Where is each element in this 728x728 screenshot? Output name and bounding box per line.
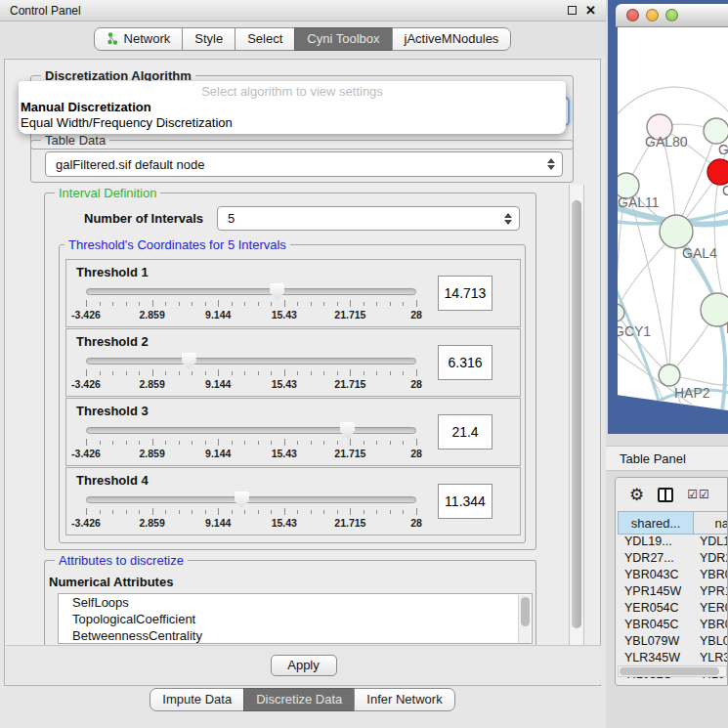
apply-strip: Apply	[6, 645, 601, 684]
network-node-label: GCY1	[618, 323, 651, 339]
gear-icon[interactable]: ⚙	[629, 487, 644, 503]
control-panel-titlebar: Control Panel ✕	[0, 0, 606, 21]
combo-down-arrow-icon	[504, 220, 512, 225]
table-horizontal-scrollbar[interactable]	[618, 665, 727, 677]
table-row[interactable]: YBL079WYBL0	[618, 634, 728, 651]
table-row[interactable]: YBR043CYBR0	[618, 568, 728, 584]
name-cell[interactable]: YBL0	[694, 634, 728, 651]
slider-handle[interactable]	[270, 283, 284, 300]
table-rows: YDL19...YDL1YDR27...YDR2YBR043CYBR0YPR14…	[618, 535, 728, 684]
threshold-row: Threshold 1 -3.4262.8599.14415.4321.7152…	[65, 259, 521, 327]
column-header-name[interactable]: na	[694, 512, 728, 534]
slider-ticks	[86, 300, 416, 308]
tab-cyni-toolbox[interactable]: Cyni Toolbox	[294, 27, 392, 51]
numerical-attributes-label: Numerical Attributes	[49, 575, 173, 589]
threshold-coordinates-label: Threshold's Coordinates for 5 Intervals	[64, 237, 290, 252]
scrollbar-thumb[interactable]	[521, 597, 530, 626]
scrollbar-thumb[interactable]	[572, 200, 581, 628]
tab-jactivemnodules[interactable]: jActiveMNodules	[392, 27, 512, 51]
scrollbar-thumb[interactable]	[620, 667, 719, 675]
number-of-intervals-combobox[interactable]: 5	[217, 206, 520, 231]
minimize-traffic-light[interactable]	[646, 9, 659, 21]
threshold-value-field[interactable]: 11.344	[438, 484, 492, 519]
table-row[interactable]: YER054CYER0	[618, 601, 728, 618]
tab-select[interactable]: Select	[235, 27, 295, 51]
dropdown-option-equal-width[interactable]: Equal Width/Frequency Discretization	[19, 115, 566, 131]
close-icon[interactable]: ✕	[585, 4, 596, 17]
name-cell[interactable]: YDR2	[694, 551, 728, 568]
threshold-slider[interactable]: -3.4262.8599.14415.4321.71528	[86, 353, 416, 396]
network-node-label: GAL80	[645, 134, 688, 150]
table-row[interactable]: YBR045CYBR0	[618, 618, 728, 634]
slider-handle[interactable]	[235, 492, 249, 508]
zoom-traffic-light[interactable]	[665, 9, 678, 21]
list-item[interactable]: BetweennessCentrality	[59, 627, 532, 644]
table-row[interactable]: YDR27...YDR2	[618, 551, 728, 568]
list-vertical-scrollbar[interactable]	[518, 595, 531, 644]
shared-name-cell[interactable]: YBR045C	[618, 618, 694, 634]
node-table: shared... na YDL19...YDL1YDR27...YDR2YBR…	[618, 511, 728, 684]
slider-track[interactable]	[86, 358, 416, 364]
name-cell[interactable]: YPR1	[694, 584, 728, 601]
threshold-slider[interactable]: -3.4262.8599.14415.4321.71528	[86, 283, 416, 326]
tab-style[interactable]: Style	[182, 27, 236, 51]
threshold-value-field[interactable]: 14.713	[438, 276, 492, 311]
float-window-icon[interactable]	[568, 6, 577, 15]
tab-infer-network[interactable]: Infer Network	[354, 688, 454, 711]
network-node[interactable]	[660, 215, 693, 248]
settings-vertical-scrollbar[interactable]	[569, 185, 584, 665]
slider-ticks	[86, 508, 416, 516]
shared-name-cell[interactable]: YBL079W	[618, 634, 694, 651]
network-node[interactable]	[707, 159, 728, 185]
tab-discretize-data[interactable]: Discretize Data	[243, 688, 355, 711]
tab-impute-data[interactable]: Impute Data	[150, 688, 244, 711]
dropdown-option-manual[interactable]: Manual Discretization	[19, 100, 566, 115]
number-of-intervals-label: Number of Intervals	[84, 211, 203, 226]
name-cell[interactable]: YER0	[694, 601, 728, 618]
name-cell[interactable]: YBR0	[694, 618, 728, 634]
network-node-label: GAL11	[618, 194, 660, 210]
network-canvas[interactable]: GAL80GALCGAL11GAL4GCY1HHAP2	[618, 27, 728, 410]
threshold-value-field[interactable]: 21.4	[438, 414, 492, 450]
shared-name-cell[interactable]: YBR043C	[618, 568, 694, 584]
threshold-value-field[interactable]: 6.316	[438, 345, 492, 380]
network-node[interactable]	[659, 364, 680, 386]
slider-handle[interactable]	[182, 353, 196, 369]
column-layout-icon[interactable]	[658, 488, 673, 502]
shared-name-cell[interactable]: YDR27...	[618, 551, 694, 568]
select-columns-icon[interactable]: ☑☑	[687, 488, 710, 501]
network-node[interactable]	[701, 293, 728, 326]
table-data-combobox[interactable]: galFiltered.sif default node	[45, 151, 563, 177]
screen: Control Panel ✕ Network Style Select Cyn…	[0, 0, 728, 728]
shared-name-cell[interactable]: YER054C	[618, 601, 694, 618]
combo-down-arrow-icon	[547, 165, 555, 170]
slider-track[interactable]	[86, 496, 416, 503]
shared-name-cell[interactable]: YDL19...	[618, 535, 694, 551]
network-node[interactable]	[704, 118, 728, 144]
slider-track[interactable]	[86, 427, 416, 434]
threshold-slider[interactable]: -3.4262.8599.14415.4321.71528	[86, 492, 416, 535]
threshold-coordinates-group: Threshold's Coordinates for 5 Intervals …	[59, 244, 526, 543]
name-cell[interactable]: YDL1	[694, 535, 728, 551]
close-traffic-light[interactable]	[626, 9, 639, 21]
slider-tick-labels: -3.4262.8599.14415.4321.71528	[86, 309, 416, 321]
list-item[interactable]: TopologicalCoefficient	[59, 611, 532, 627]
column-header-shared-name[interactable]: shared...	[619, 512, 694, 534]
apply-button[interactable]: Apply	[271, 655, 337, 676]
slider-ticks	[86, 369, 416, 377]
table-row[interactable]: YPR145WYPR1	[618, 584, 728, 601]
slider-ticks	[86, 439, 416, 447]
shared-name-cell[interactable]: YPR145W	[618, 584, 694, 601]
tab-network[interactable]: Network	[94, 27, 184, 51]
table-panel-toolbar: ⚙ ☑☑	[616, 478, 727, 511]
combo-up-arrow-icon	[504, 213, 512, 218]
numerical-attributes-list[interactable]: SelfLoops TopologicalCoefficient Between…	[58, 593, 533, 644]
cyni-toolbox-panel: Discretization Algorithm Select algorith…	[4, 59, 601, 686]
combo-up-arrow-icon	[547, 158, 555, 163]
table-row[interactable]: YDL19...YDL1	[618, 535, 728, 551]
list-item[interactable]: SelfLoops	[59, 594, 532, 611]
name-cell[interactable]: YBR0	[694, 568, 728, 584]
slider-handle[interactable]	[340, 422, 355, 439]
slider-track[interactable]	[86, 288, 416, 295]
threshold-slider[interactable]: -3.4262.8599.14415.4321.71528	[86, 422, 416, 465]
